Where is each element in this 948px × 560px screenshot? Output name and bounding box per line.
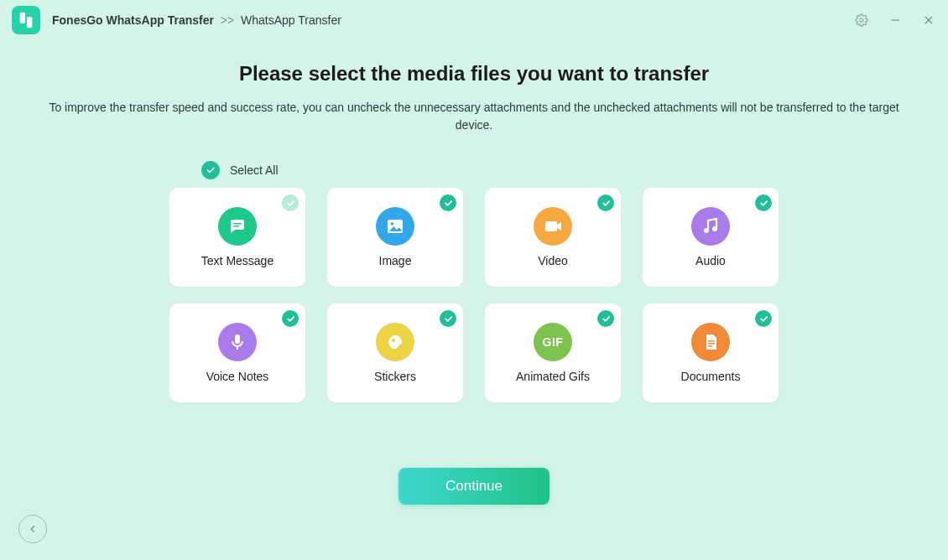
card-checkbox[interactable] — [755, 194, 772, 211]
svg-point-2 — [860, 18, 863, 22]
svg-rect-1 — [27, 17, 32, 28]
gear-icon — [855, 13, 868, 27]
card-image[interactable]: Image — [327, 188, 463, 287]
svg-point-15 — [392, 339, 395, 342]
check-icon — [602, 199, 611, 208]
svg-rect-16 — [708, 340, 715, 342]
card-label: Text Message — [201, 254, 273, 267]
card-checkbox[interactable] — [282, 194, 299, 211]
svg-rect-10 — [545, 221, 557, 231]
card-label: Audio — [695, 254, 726, 267]
close-button[interactable] — [921, 13, 936, 28]
svg-rect-0 — [20, 13, 25, 23]
document-icon — [691, 323, 730, 361]
svg-rect-13 — [235, 334, 240, 344]
check-icon — [286, 199, 295, 208]
card-documents[interactable]: Documents — [643, 303, 779, 402]
card-voice-notes[interactable]: Voice Notes — [169, 303, 305, 402]
svg-point-9 — [391, 222, 394, 226]
chevron-left-icon — [27, 523, 39, 535]
check-icon — [444, 199, 453, 208]
app-logo — [12, 6, 40, 34]
card-stickers[interactable]: Stickers — [327, 303, 463, 402]
window-controls — [854, 13, 936, 28]
svg-rect-6 — [233, 223, 242, 225]
check-icon — [759, 314, 768, 324]
card-label: Animated Gifs — [516, 370, 590, 383]
back-button[interactable] — [18, 515, 47, 543]
card-checkbox[interactable] — [597, 194, 614, 211]
title-bar: FonesGo WhatsApp Transfer >> WhatsApp Tr… — [0, 0, 948, 40]
page-subtitle: To improve the transfer speed and succes… — [38, 99, 910, 134]
card-checkbox[interactable] — [440, 310, 456, 327]
continue-button[interactable]: Continue — [398, 468, 550, 505]
media-cards-grid: Text Message Image Video — [25, 188, 923, 402]
check-icon — [206, 165, 216, 175]
breadcrumb-root: FonesGo WhatsApp Transfer — [52, 13, 214, 27]
card-label: Stickers — [374, 370, 416, 383]
card-label: Video — [538, 254, 568, 267]
select-all-row[interactable]: Select All — [201, 161, 923, 179]
card-animated-gifs[interactable]: GIF Animated Gifs — [485, 303, 621, 402]
card-checkbox[interactable] — [755, 310, 772, 327]
card-label: Image — [379, 254, 412, 267]
svg-point-12 — [712, 226, 717, 231]
check-icon — [286, 314, 295, 324]
svg-rect-18 — [708, 345, 712, 347]
video-icon — [534, 207, 572, 246]
main-content: Please select the media files you want t… — [0, 40, 948, 505]
text-message-icon — [218, 207, 257, 246]
select-all-checkbox[interactable] — [201, 161, 220, 179]
check-icon — [759, 199, 768, 208]
card-checkbox[interactable] — [597, 310, 614, 327]
microphone-icon — [218, 323, 257, 361]
breadcrumb-separator: >> — [221, 13, 234, 27]
breadcrumb-leaf: WhatsApp Transfer — [241, 13, 341, 27]
card-video[interactable]: Video — [485, 188, 621, 287]
page-title: Please select the media files you want t… — [25, 62, 923, 86]
svg-rect-17 — [708, 343, 715, 345]
minimize-button[interactable] — [888, 13, 903, 28]
minimize-icon — [888, 13, 902, 27]
audio-icon — [691, 207, 730, 246]
check-icon — [444, 314, 453, 324]
card-label: Voice Notes — [206, 370, 269, 383]
svg-rect-7 — [233, 226, 239, 227]
check-icon — [602, 314, 611, 324]
close-icon — [922, 13, 935, 27]
card-audio[interactable]: Audio — [643, 188, 779, 287]
breadcrumb: FonesGo WhatsApp Transfer >> WhatsApp Tr… — [52, 13, 341, 27]
card-text-message[interactable]: Text Message — [169, 188, 305, 287]
phone-transfer-icon — [17, 11, 35, 29]
image-icon — [376, 207, 414, 246]
card-label: Documents — [681, 370, 741, 383]
card-checkbox[interactable] — [282, 310, 299, 327]
gif-icon: GIF — [534, 323, 572, 361]
select-all-label: Select All — [230, 163, 279, 177]
settings-button[interactable] — [854, 13, 869, 28]
sticker-icon — [376, 323, 414, 361]
card-checkbox[interactable] — [440, 194, 456, 211]
svg-point-11 — [704, 228, 709, 233]
